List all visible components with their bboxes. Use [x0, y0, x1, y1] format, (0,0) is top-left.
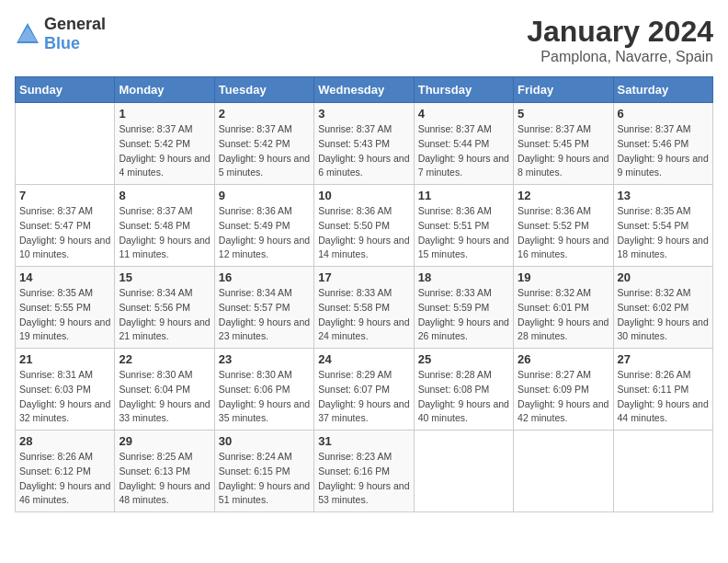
- day-number: 3: [318, 107, 409, 121]
- day-number: 18: [418, 270, 509, 284]
- calendar-cell: 28 Sunrise: 8:26 AMSunset: 6:12 PMDaylig…: [16, 431, 115, 512]
- header-day-thursday: Thursday: [414, 77, 513, 103]
- day-number: 25: [418, 352, 509, 366]
- calendar-cell: 9 Sunrise: 8:36 AMSunset: 5:49 PMDayligh…: [214, 185, 313, 267]
- calendar-cell: 26 Sunrise: 8:27 AMSunset: 6:09 PMDaylig…: [514, 349, 613, 431]
- day-number: 31: [318, 434, 409, 448]
- calendar-cell: 30 Sunrise: 8:24 AMSunset: 6:15 PMDaylig…: [214, 431, 313, 512]
- day-detail: Sunrise: 8:35 AMSunset: 5:54 PMDaylight:…: [618, 205, 709, 259]
- calendar-cell: 25 Sunrise: 8:28 AMSunset: 6:08 PMDaylig…: [414, 349, 513, 431]
- day-detail: Sunrise: 8:33 AMSunset: 5:59 PMDaylight:…: [418, 287, 509, 341]
- day-detail: Sunrise: 8:36 AMSunset: 5:49 PMDaylight:…: [219, 205, 310, 259]
- calendar-cell: 31 Sunrise: 8:23 AMSunset: 6:16 PMDaylig…: [314, 431, 414, 512]
- day-number: 2: [219, 107, 310, 121]
- day-detail: Sunrise: 8:37 AMSunset: 5:44 PMDaylight:…: [418, 123, 509, 178]
- header-day-tuesday: Tuesday: [214, 77, 313, 103]
- calendar-cell: 23 Sunrise: 8:30 AMSunset: 6:06 PMDaylig…: [214, 349, 313, 431]
- day-detail: Sunrise: 8:34 AMSunset: 5:57 PMDaylight:…: [219, 287, 310, 341]
- day-number: 4: [418, 107, 509, 121]
- location-title: Pamplona, Navarre, Spain: [527, 49, 713, 65]
- day-detail: Sunrise: 8:25 AMSunset: 6:13 PMDaylight:…: [119, 451, 210, 505]
- day-detail: Sunrise: 8:37 AMSunset: 5:46 PMDaylight:…: [618, 123, 709, 178]
- day-detail: Sunrise: 8:32 AMSunset: 6:02 PMDaylight:…: [618, 287, 709, 341]
- day-detail: Sunrise: 8:36 AMSunset: 5:52 PMDaylight:…: [518, 205, 609, 259]
- day-detail: Sunrise: 8:29 AMSunset: 6:07 PMDaylight:…: [318, 369, 409, 423]
- day-detail: Sunrise: 8:23 AMSunset: 6:16 PMDaylight:…: [318, 451, 409, 505]
- calendar-cell: 5 Sunrise: 8:37 AMSunset: 5:45 PMDayligh…: [514, 103, 613, 185]
- calendar-cell: 22 Sunrise: 8:30 AMSunset: 6:04 PMDaylig…: [115, 349, 214, 431]
- day-number: 20: [618, 270, 709, 284]
- calendar-cell: 8 Sunrise: 8:37 AMSunset: 5:48 PMDayligh…: [115, 185, 214, 267]
- calendar-cell: 14 Sunrise: 8:35 AMSunset: 5:55 PMDaylig…: [16, 267, 115, 349]
- day-number: 6: [618, 107, 709, 121]
- day-number: 30: [219, 434, 310, 448]
- calendar-cell: 24 Sunrise: 8:29 AMSunset: 6:07 PMDaylig…: [314, 349, 414, 431]
- day-detail: Sunrise: 8:37 AMSunset: 5:45 PMDaylight:…: [518, 123, 609, 178]
- calendar-cell: 29 Sunrise: 8:25 AMSunset: 6:13 PMDaylig…: [115, 431, 214, 512]
- calendar-header-row: SundayMondayTuesdayWednesdayThursdayFrid…: [16, 77, 713, 103]
- day-number: 1: [119, 107, 210, 121]
- logo-blue-text: Blue: [44, 34, 80, 52]
- day-detail: Sunrise: 8:27 AMSunset: 6:09 PMDaylight:…: [518, 369, 609, 423]
- day-number: 29: [119, 434, 210, 448]
- logo: General Blue: [15, 15, 106, 53]
- day-detail: Sunrise: 8:26 AMSunset: 6:11 PMDaylight:…: [618, 369, 709, 423]
- day-detail: Sunrise: 8:37 AMSunset: 5:42 PMDaylight:…: [119, 123, 210, 178]
- day-detail: Sunrise: 8:28 AMSunset: 6:08 PMDaylight:…: [418, 369, 509, 423]
- day-number: 23: [219, 352, 310, 366]
- day-detail: Sunrise: 8:30 AMSunset: 6:04 PMDaylight:…: [119, 369, 210, 423]
- day-detail: Sunrise: 8:31 AMSunset: 6:03 PMDaylight:…: [19, 369, 110, 423]
- calendar-week-row: 1 Sunrise: 8:37 AMSunset: 5:42 PMDayligh…: [16, 103, 713, 185]
- calendar-cell: [16, 103, 115, 185]
- header-day-wednesday: Wednesday: [314, 77, 414, 103]
- calendar-cell: 7 Sunrise: 8:37 AMSunset: 5:47 PMDayligh…: [16, 185, 115, 267]
- day-detail: Sunrise: 8:37 AMSunset: 5:48 PMDaylight:…: [119, 205, 210, 259]
- calendar-cell: [613, 431, 712, 512]
- calendar-cell: 17 Sunrise: 8:33 AMSunset: 5:58 PMDaylig…: [314, 267, 414, 349]
- title-area: January 2024 Pamplona, Navarre, Spain: [527, 15, 713, 65]
- day-detail: Sunrise: 8:33 AMSunset: 5:58 PMDaylight:…: [318, 287, 409, 341]
- calendar-week-row: 7 Sunrise: 8:37 AMSunset: 5:47 PMDayligh…: [16, 185, 713, 267]
- calendar-cell: 6 Sunrise: 8:37 AMSunset: 5:46 PMDayligh…: [613, 103, 712, 185]
- calendar-cell: 2 Sunrise: 8:37 AMSunset: 5:42 PMDayligh…: [214, 103, 313, 185]
- day-number: 12: [518, 189, 609, 202]
- header-day-saturday: Saturday: [613, 77, 712, 103]
- calendar-week-row: 28 Sunrise: 8:26 AMSunset: 6:12 PMDaylig…: [16, 431, 713, 512]
- day-number: 14: [19, 270, 110, 284]
- day-detail: Sunrise: 8:32 AMSunset: 6:01 PMDaylight:…: [518, 287, 609, 341]
- day-number: 21: [19, 352, 110, 366]
- day-number: 13: [618, 189, 709, 202]
- header-day-friday: Friday: [514, 77, 613, 103]
- day-detail: Sunrise: 8:30 AMSunset: 6:06 PMDaylight:…: [219, 369, 310, 423]
- calendar-cell: 3 Sunrise: 8:37 AMSunset: 5:43 PMDayligh…: [314, 103, 414, 185]
- calendar-cell: 16 Sunrise: 8:34 AMSunset: 5:57 PMDaylig…: [214, 267, 313, 349]
- day-number: 24: [318, 352, 409, 366]
- calendar-cell: 11 Sunrise: 8:36 AMSunset: 5:51 PMDaylig…: [414, 185, 513, 267]
- day-detail: Sunrise: 8:37 AMSunset: 5:42 PMDaylight:…: [219, 123, 310, 178]
- day-number: 16: [219, 270, 310, 284]
- day-number: 26: [518, 352, 609, 366]
- calendar-cell: 10 Sunrise: 8:36 AMSunset: 5:50 PMDaylig…: [314, 185, 414, 267]
- calendar-cell: 1 Sunrise: 8:37 AMSunset: 5:42 PMDayligh…: [115, 103, 214, 185]
- calendar-cell: [414, 431, 513, 512]
- calendar-cell: 19 Sunrise: 8:32 AMSunset: 6:01 PMDaylig…: [514, 267, 613, 349]
- calendar-table: SundayMondayTuesdayWednesdayThursdayFrid…: [15, 76, 713, 512]
- calendar-cell: 4 Sunrise: 8:37 AMSunset: 5:44 PMDayligh…: [414, 103, 513, 185]
- calendar-cell: 18 Sunrise: 8:33 AMSunset: 5:59 PMDaylig…: [414, 267, 513, 349]
- day-detail: Sunrise: 8:36 AMSunset: 5:50 PMDaylight:…: [318, 205, 409, 259]
- calendar-cell: 21 Sunrise: 8:31 AMSunset: 6:03 PMDaylig…: [16, 349, 115, 431]
- header-day-sunday: Sunday: [16, 77, 115, 103]
- calendar-cell: 13 Sunrise: 8:35 AMSunset: 5:54 PMDaylig…: [613, 185, 712, 267]
- day-number: 10: [318, 189, 409, 202]
- day-number: 27: [618, 352, 709, 366]
- calendar-cell: 15 Sunrise: 8:34 AMSunset: 5:56 PMDaylig…: [115, 267, 214, 349]
- day-number: 8: [119, 189, 210, 202]
- header: General Blue January 2024 Pamplona, Nava…: [15, 15, 713, 65]
- day-number: 15: [119, 270, 210, 284]
- calendar-week-row: 14 Sunrise: 8:35 AMSunset: 5:55 PMDaylig…: [16, 267, 713, 349]
- day-detail: Sunrise: 8:35 AMSunset: 5:55 PMDaylight:…: [19, 287, 110, 341]
- header-day-monday: Monday: [115, 77, 214, 103]
- calendar-week-row: 21 Sunrise: 8:31 AMSunset: 6:03 PMDaylig…: [16, 349, 713, 431]
- day-detail: Sunrise: 8:24 AMSunset: 6:15 PMDaylight:…: [219, 451, 310, 505]
- logo-icon: [15, 21, 40, 47]
